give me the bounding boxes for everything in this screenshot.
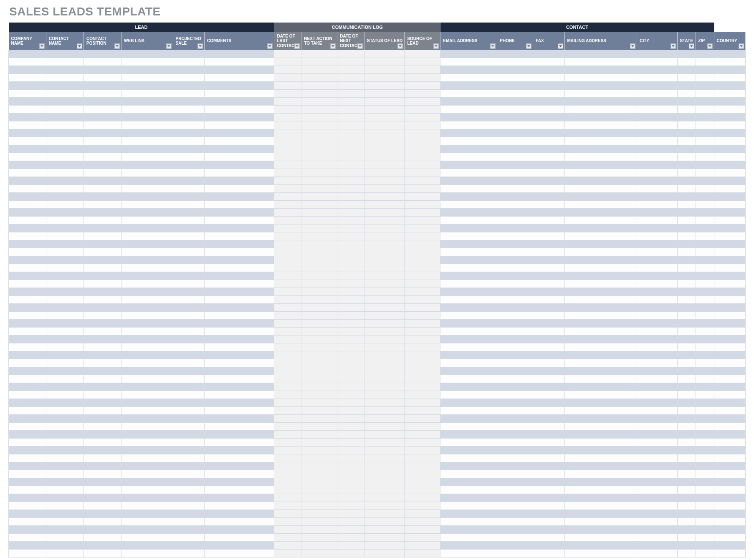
cell-source_of_lead[interactable] — [405, 145, 440, 153]
cell-email_address[interactable] — [440, 454, 497, 462]
cell-comments[interactable] — [204, 74, 274, 82]
cell-fax[interactable] — [533, 391, 564, 399]
cell-comments[interactable] — [204, 351, 274, 359]
cell-next_action[interactable] — [301, 470, 337, 478]
cell-status_of_lead[interactable] — [364, 129, 405, 137]
cell-comments[interactable] — [204, 526, 274, 534]
cell-email_address[interactable] — [440, 74, 497, 82]
cell-projected_sale[interactable] — [173, 248, 204, 256]
cell-state[interactable] — [677, 415, 696, 423]
cell-contact_position[interactable] — [84, 209, 121, 217]
cell-country[interactable] — [714, 193, 746, 201]
cell-phone[interactable] — [497, 320, 533, 328]
cell-zip[interactable] — [696, 446, 714, 454]
cell-country[interactable] — [714, 248, 746, 256]
cell-country[interactable] — [714, 439, 746, 446]
cell-comments[interactable] — [204, 264, 274, 272]
cell-contact_position[interactable] — [84, 534, 121, 542]
cell-source_of_lead[interactable] — [405, 518, 440, 526]
cell-web_link[interactable] — [121, 145, 173, 153]
cell-city[interactable] — [637, 201, 677, 209]
cell-state[interactable] — [677, 225, 696, 232]
cell-next_action[interactable] — [301, 518, 337, 526]
cell-contact_position[interactable] — [84, 399, 121, 407]
cell-email_address[interactable] — [440, 296, 497, 304]
cell-web_link[interactable] — [121, 431, 173, 439]
cell-contact_position[interactable] — [84, 542, 121, 550]
cell-web_link[interactable] — [121, 129, 173, 137]
cell-zip[interactable] — [696, 161, 714, 169]
cell-state[interactable] — [677, 280, 696, 288]
cell-date_last_contact[interactable] — [274, 217, 301, 225]
cell-phone[interactable] — [497, 439, 533, 446]
cell-web_link[interactable] — [121, 225, 173, 232]
cell-city[interactable] — [637, 462, 677, 470]
cell-fax[interactable] — [533, 510, 564, 518]
cell-state[interactable] — [677, 375, 696, 383]
cell-contact_position[interactable] — [84, 264, 121, 272]
cell-next_action[interactable] — [301, 494, 337, 502]
cell-country[interactable] — [714, 462, 746, 470]
cell-status_of_lead[interactable] — [364, 169, 405, 177]
cell-date_next_contact[interactable] — [337, 462, 364, 470]
cell-contact_position[interactable] — [84, 478, 121, 486]
cell-web_link[interactable] — [121, 240, 173, 248]
cell-city[interactable] — [637, 399, 677, 407]
column-header-fax[interactable]: FAX — [533, 32, 564, 50]
cell-date_last_contact[interactable] — [274, 106, 301, 114]
cell-country[interactable] — [714, 90, 746, 98]
cell-contact_position[interactable] — [84, 550, 121, 557]
cell-contact_name[interactable] — [46, 232, 84, 240]
cell-company_name[interactable] — [9, 312, 46, 320]
cell-status_of_lead[interactable] — [364, 82, 405, 90]
cell-zip[interactable] — [696, 272, 714, 280]
cell-phone[interactable] — [497, 375, 533, 383]
cell-city[interactable] — [637, 74, 677, 82]
cell-date_last_contact[interactable] — [274, 280, 301, 288]
cell-email_address[interactable] — [440, 502, 497, 510]
cell-contact_position[interactable] — [84, 335, 121, 343]
cell-projected_sale[interactable] — [173, 98, 204, 106]
cell-status_of_lead[interactable] — [364, 137, 405, 145]
cell-company_name[interactable] — [9, 439, 46, 446]
cell-date_last_contact[interactable] — [274, 161, 301, 169]
cell-source_of_lead[interactable] — [405, 351, 440, 359]
cell-comments[interactable] — [204, 423, 274, 431]
cell-mailing_address[interactable] — [564, 312, 637, 320]
cell-contact_name[interactable] — [46, 50, 84, 58]
cell-next_action[interactable] — [301, 502, 337, 510]
cell-phone[interactable] — [497, 185, 533, 193]
cell-contact_position[interactable] — [84, 121, 121, 129]
cell-date_last_contact[interactable] — [274, 478, 301, 486]
cell-phone[interactable] — [497, 423, 533, 431]
cell-contact_name[interactable] — [46, 161, 84, 169]
cell-city[interactable] — [637, 542, 677, 550]
column-header-country[interactable]: COUNTRY — [714, 32, 746, 50]
cell-contact_name[interactable] — [46, 248, 84, 256]
cell-next_action[interactable] — [301, 137, 337, 145]
cell-contact_position[interactable] — [84, 288, 121, 296]
cell-status_of_lead[interactable] — [364, 550, 405, 557]
cell-zip[interactable] — [696, 240, 714, 248]
cell-next_action[interactable] — [301, 161, 337, 169]
cell-status_of_lead[interactable] — [364, 454, 405, 462]
cell-date_next_contact[interactable] — [337, 201, 364, 209]
filter-dropdown-icon[interactable] — [739, 43, 744, 49]
cell-date_next_contact[interactable] — [337, 82, 364, 90]
cell-country[interactable] — [714, 129, 746, 137]
cell-status_of_lead[interactable] — [364, 367, 405, 375]
cell-projected_sale[interactable] — [173, 383, 204, 391]
cell-city[interactable] — [637, 335, 677, 343]
cell-next_action[interactable] — [301, 256, 337, 264]
column-header-contact_name[interactable]: CONTACT NAME — [46, 32, 84, 50]
cell-email_address[interactable] — [440, 98, 497, 106]
cell-fax[interactable] — [533, 320, 564, 328]
cell-web_link[interactable] — [121, 90, 173, 98]
cell-source_of_lead[interactable] — [405, 335, 440, 343]
cell-mailing_address[interactable] — [564, 74, 637, 82]
cell-contact_name[interactable] — [46, 391, 84, 399]
cell-phone[interactable] — [497, 431, 533, 439]
cell-contact_position[interactable] — [84, 391, 121, 399]
cell-comments[interactable] — [204, 66, 274, 74]
cell-country[interactable] — [714, 486, 746, 494]
